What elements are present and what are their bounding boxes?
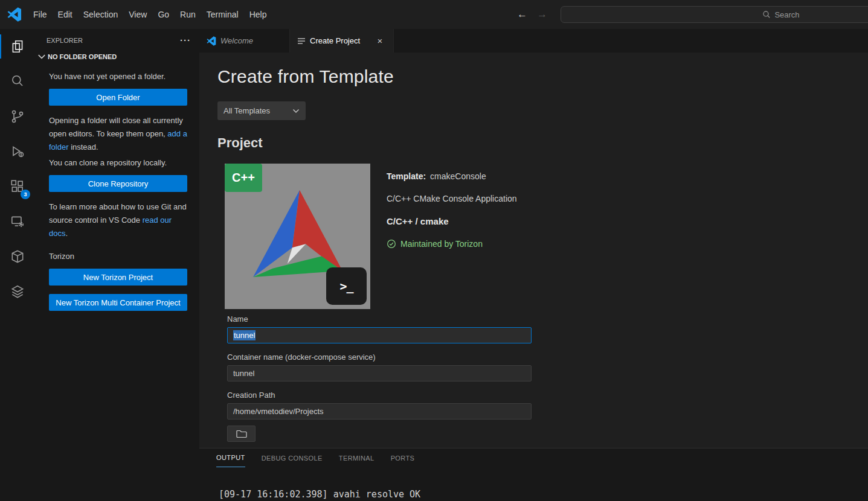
tab-label: Create Project — [310, 36, 360, 45]
files-icon — [10, 39, 25, 54]
container-name-input[interactable] — [227, 365, 532, 381]
more-actions-icon[interactable]: ··· — [180, 35, 191, 45]
template-thumbnail: C++ >_ — [225, 164, 370, 309]
activitybar-containers[interactable] — [0, 239, 34, 274]
panel-tab-ports[interactable]: PORTS — [391, 448, 415, 467]
maintained-row: Maintained by Torizon — [387, 239, 517, 249]
vscode-logo-icon — [207, 36, 216, 46]
open-folder-button[interactable]: Open Folder — [49, 89, 187, 106]
back-icon[interactable]: ← — [517, 8, 527, 21]
menu-edit[interactable]: Edit — [53, 7, 78, 22]
template-description: C/C++ CMake Console Application — [387, 194, 517, 203]
template-label: Template: — [387, 171, 426, 181]
activitybar-extensions[interactable]: 3 — [0, 169, 34, 204]
run-debug-icon — [10, 144, 25, 159]
name-label: Name — [227, 314, 868, 324]
forward-icon: → — [537, 8, 547, 21]
tab-label: Welcome — [220, 36, 253, 45]
sidebar-header: EXPLORER ··· — [34, 29, 199, 51]
menu-bar: File Edit Selection View Go Run Terminal… — [28, 7, 272, 22]
search-placeholder: Search — [774, 10, 799, 19]
list-lines-icon — [297, 37, 306, 45]
cmake-logo-icon — [252, 188, 344, 279]
name-value-selected: tunnel — [233, 330, 256, 340]
creation-path-input[interactable] — [227, 403, 532, 420]
panel-tab-output[interactable]: OUTPUT — [216, 448, 245, 467]
vscode-logo-icon — [7, 7, 22, 22]
folder-icon — [236, 430, 247, 438]
new-torizon-project-button[interactable]: New Torizon Project — [49, 269, 187, 286]
tab-welcome[interactable]: Welcome — [199, 29, 290, 53]
container-name-label: Container name (docker-compose service) — [227, 353, 868, 362]
output-log[interactable]: [09-17 16:16:02.398] avahi resolve OK [0… — [219, 468, 868, 501]
command-center-search[interactable]: Search — [561, 6, 868, 23]
search-icon — [762, 10, 771, 19]
verified-icon — [387, 239, 396, 249]
clone-repository-button[interactable]: Clone Repository — [49, 175, 187, 192]
activitybar-torizon-layers[interactable] — [0, 274, 34, 309]
chevron-down-icon — [292, 109, 300, 113]
history-navigation: ← → — [517, 0, 547, 29]
menu-file[interactable]: File — [28, 7, 53, 22]
activitybar-run-debug[interactable] — [0, 134, 34, 169]
git-branch-icon — [10, 109, 25, 124]
no-folder-text: You have not yet opened a folder. — [49, 70, 187, 83]
sidebar-body: You have not yet opened a folder. Open F… — [34, 63, 199, 311]
sidebar-title: EXPLORER — [47, 37, 83, 44]
activitybar-explorer[interactable] — [0, 29, 34, 64]
activitybar-source-control[interactable] — [0, 99, 34, 134]
editor-tabs: Welcome Create Project × — [199, 29, 868, 53]
bottom-panel: OUTPUT DEBUG CONSOLE TERMINAL PORTS [09-… — [199, 448, 868, 501]
template-description-text: C/C++ CMake Console Application — [387, 194, 517, 203]
create-project-editor: Create from Template All Templates Proje… — [199, 53, 868, 448]
clone-text: You can clone a repository locally. — [49, 156, 187, 170]
name-input[interactable]: tunnel — [227, 327, 532, 343]
panel-tab-debug-console[interactable]: DEBUG CONSOLE — [262, 448, 323, 467]
template-card: C++ >_ Template: cmakeConsole C/C++ CMak… — [225, 164, 868, 309]
titlebar: File Edit Selection View Go Run Terminal… — [0, 0, 868, 29]
close-icon[interactable]: × — [374, 35, 386, 47]
layers-icon — [10, 284, 25, 299]
log-line: [09-17 16:16:02.398] avahi resolve OK — [219, 488, 868, 501]
menu-go[interactable]: Go — [152, 7, 175, 22]
container-box-icon — [10, 249, 25, 264]
panel-tab-terminal[interactable]: TERMINAL — [339, 448, 375, 467]
project-section-title: Project — [217, 135, 868, 151]
panel-tabs: OUTPUT DEBUG CONSOLE TERMINAL PORTS — [199, 448, 868, 467]
menu-run[interactable]: Run — [175, 7, 201, 22]
section-no-folder-opened[interactable]: NO FOLDER OPENED — [34, 51, 199, 63]
menu-view[interactable]: View — [123, 7, 152, 22]
template-name-row: Template: cmakeConsole — [387, 171, 517, 181]
extensions-badge: 3 — [21, 190, 30, 199]
remote-gear-icon — [10, 214, 25, 229]
section-title: NO FOLDER OPENED — [48, 53, 117, 60]
menu-terminal[interactable]: Terminal — [201, 7, 244, 22]
docs-note: To learn more about how to use Git and s… — [49, 200, 187, 240]
template-category-text: C/C++ / cmake — [387, 216, 449, 226]
activity-bar: 3 — [0, 29, 34, 501]
terminal-prompt: >_ — [339, 279, 353, 293]
terminal-icon: >_ — [326, 267, 367, 305]
open-folder-note: Opening a folder will close all currentl… — [49, 114, 187, 154]
tab-create-project[interactable]: Create Project × — [290, 29, 394, 53]
menu-help[interactable]: Help — [244, 7, 272, 22]
browse-folder-button[interactable] — [227, 426, 256, 442]
creation-path-label: Creation Path — [227, 391, 868, 400]
new-torizon-multi-container-button[interactable]: New Torizon Multi Container Project — [49, 294, 187, 311]
activitybar-search[interactable] — [0, 64, 34, 99]
template-info: Template: cmakeConsole C/C++ CMake Conso… — [387, 164, 517, 309]
note-text: instead. — [69, 142, 98, 152]
explorer-sidebar: EXPLORER ··· NO FOLDER OPENED You have n… — [34, 29, 199, 501]
template-name: cmakeConsole — [430, 171, 486, 181]
template-filter-dropdown[interactable]: All Templates — [217, 101, 306, 120]
torizon-section-label: Torizon — [49, 250, 187, 263]
maintained-text: Maintained by Torizon — [400, 239, 483, 249]
chevron-down-icon — [37, 54, 46, 60]
docs-text: . — [65, 229, 68, 238]
page-title: Create from Template — [217, 66, 868, 87]
menu-selection[interactable]: Selection — [78, 7, 124, 22]
search-icon — [10, 74, 25, 89]
template-category: C/C++ / cmake — [387, 216, 517, 226]
activitybar-remote-explorer[interactable] — [0, 204, 34, 239]
project-form: Name tunnel Container name (docker-compo… — [227, 314, 868, 442]
